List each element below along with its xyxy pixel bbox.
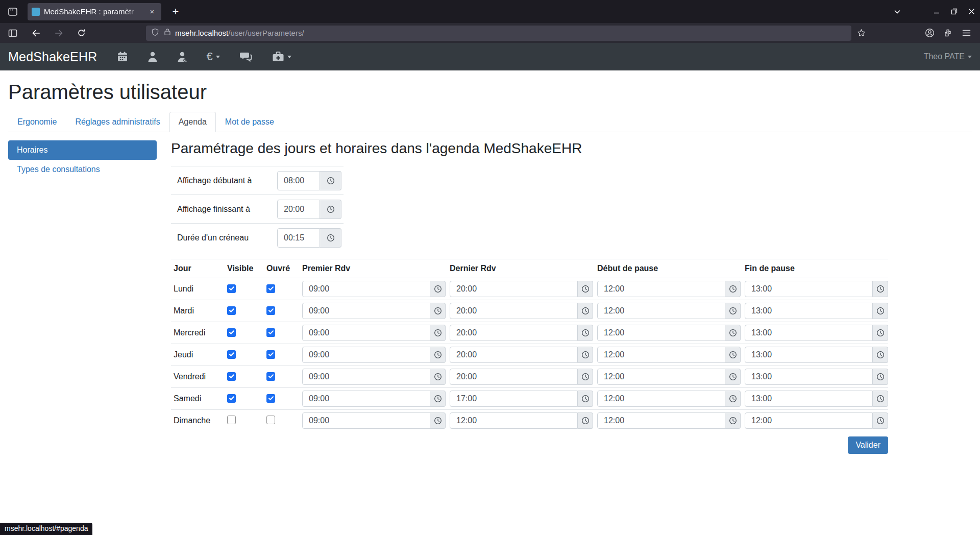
clock-button[interactable]: [578, 303, 593, 319]
visible-checkbox[interactable]: [227, 394, 236, 403]
visible-checkbox[interactable]: [227, 284, 236, 293]
clock-button[interactable]: [873, 391, 888, 407]
medical-bag-icon[interactable]: [272, 51, 291, 62]
dernier-rdv-input[interactable]: [450, 369, 578, 385]
clock-button[interactable]: [725, 412, 741, 429]
clock-button[interactable]: [578, 369, 593, 385]
clock-button[interactable]: [430, 281, 446, 297]
billing-euro-icon[interactable]: €: [207, 51, 220, 62]
clock-button[interactable]: [873, 281, 888, 297]
ouvre-checkbox[interactable]: [266, 306, 275, 315]
ouvre-checkbox[interactable]: [266, 394, 275, 403]
visible-checkbox[interactable]: [227, 416, 236, 424]
tab-agenda[interactable]: Agenda: [169, 112, 216, 132]
fin-pause-input[interactable]: [745, 347, 873, 363]
url-bar[interactable]: msehr.localhost/user/userParameters/: [146, 26, 851, 41]
forward-icon[interactable]: [51, 26, 66, 41]
tracking-shield-icon[interactable]: [151, 28, 159, 38]
menu-hamburger-icon[interactable]: [959, 26, 974, 41]
clock-button[interactable]: [725, 369, 741, 385]
practitioner-user-md-icon[interactable]: [177, 51, 187, 62]
browser-tab[interactable]: MedShakeEHR : paramètr ×: [28, 3, 161, 20]
bookmark-star-icon[interactable]: [853, 26, 869, 41]
clock-button[interactable]: [578, 325, 593, 341]
clock-button[interactable]: [725, 303, 741, 319]
user-account-menu[interactable]: Theo PATE: [924, 52, 972, 61]
clock-button[interactable]: [430, 325, 446, 341]
lock-icon[interactable]: [164, 28, 171, 38]
clock-button[interactable]: [578, 347, 593, 363]
ouvre-checkbox[interactable]: [266, 350, 275, 359]
clock-button[interactable]: [578, 412, 593, 429]
clock-button[interactable]: [873, 412, 888, 429]
firefox-view-icon[interactable]: [5, 4, 20, 19]
new-tab-button[interactable]: +: [167, 4, 184, 20]
clock-button[interactable]: [578, 281, 593, 297]
fin-pause-input[interactable]: [745, 303, 873, 319]
debut-pause-input[interactable]: [597, 412, 725, 429]
minimize-button[interactable]: [928, 0, 945, 23]
dernier-rdv-input[interactable]: [450, 325, 578, 341]
dernier-rdv-input[interactable]: [450, 391, 578, 407]
premier-rdv-input[interactable]: [302, 412, 430, 429]
restore-button[interactable]: [945, 0, 963, 23]
back-icon[interactable]: [29, 26, 44, 41]
clock-button[interactable]: [873, 303, 888, 319]
setting-time-input[interactable]: [277, 171, 320, 190]
visible-checkbox[interactable]: [227, 328, 236, 337]
clock-button[interactable]: [725, 325, 741, 341]
ouvre-checkbox[interactable]: [266, 328, 275, 337]
dernier-rdv-input[interactable]: [450, 412, 578, 429]
setting-time-input[interactable]: [277, 228, 320, 248]
messages-comments-icon[interactable]: [239, 51, 253, 62]
sidebar-item-types-de-consultations[interactable]: Types de consultations: [8, 160, 157, 179]
debut-pause-input[interactable]: [597, 281, 725, 297]
sidebar-toggle-icon[interactable]: [5, 26, 20, 41]
premier-rdv-input[interactable]: [302, 369, 430, 385]
account-icon[interactable]: [922, 26, 937, 41]
fin-pause-input[interactable]: [745, 412, 873, 429]
close-window-button[interactable]: [963, 0, 980, 23]
clock-button[interactable]: [430, 391, 446, 407]
tab-mot-de-passe[interactable]: Mot de passe: [216, 112, 283, 132]
fin-pause-input[interactable]: [745, 325, 873, 341]
clock-button[interactable]: [430, 347, 446, 363]
clock-button[interactable]: [578, 391, 593, 407]
debut-pause-input[interactable]: [597, 325, 725, 341]
patients-user-icon[interactable]: [148, 51, 158, 62]
clock-button[interactable]: [430, 369, 446, 385]
debut-pause-input[interactable]: [597, 303, 725, 319]
visible-checkbox[interactable]: [227, 372, 236, 381]
save-button[interactable]: Valider: [848, 436, 888, 454]
dernier-rdv-input[interactable]: [450, 281, 578, 297]
clock-button[interactable]: [873, 325, 888, 341]
fin-pause-input[interactable]: [745, 281, 873, 297]
clock-button[interactable]: [320, 200, 341, 219]
reload-icon[interactable]: [74, 26, 89, 41]
agenda-calendar-icon[interactable]: [117, 51, 128, 62]
premier-rdv-input[interactable]: [302, 325, 430, 341]
dernier-rdv-input[interactable]: [450, 347, 578, 363]
tab-ergonomie[interactable]: Ergonomie: [8, 112, 66, 132]
premier-rdv-input[interactable]: [302, 303, 430, 319]
premier-rdv-input[interactable]: [302, 281, 430, 297]
fin-pause-input[interactable]: [745, 369, 873, 385]
clock-button[interactable]: [430, 412, 446, 429]
visible-checkbox[interactable]: [227, 350, 236, 359]
setting-time-input[interactable]: [277, 200, 320, 219]
debut-pause-input[interactable]: [597, 347, 725, 363]
dernier-rdv-input[interactable]: [450, 303, 578, 319]
clock-button[interactable]: [873, 347, 888, 363]
clock-button[interactable]: [725, 391, 741, 407]
list-tabs-chevron-icon[interactable]: [889, 4, 905, 20]
extensions-icon[interactable]: [940, 26, 955, 41]
clock-button[interactable]: [320, 228, 341, 248]
premier-rdv-input[interactable]: [302, 347, 430, 363]
brand-logo[interactable]: MedShakeEHR: [8, 50, 97, 64]
clock-button[interactable]: [873, 369, 888, 385]
clock-button[interactable]: [725, 281, 741, 297]
ouvre-checkbox[interactable]: [266, 416, 275, 424]
debut-pause-input[interactable]: [597, 391, 725, 407]
tab-close-icon[interactable]: ×: [147, 7, 157, 17]
sidebar-item-horaires[interactable]: Horaires: [8, 140, 157, 160]
